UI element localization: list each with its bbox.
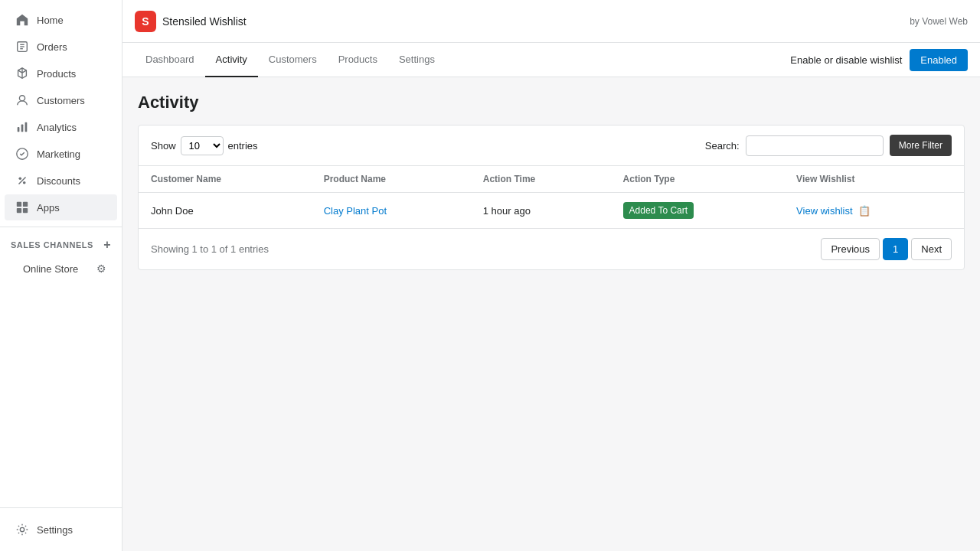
customers-icon <box>15 93 29 107</box>
app-logo: S <box>135 11 156 32</box>
activity-table: Customer Name Product Name Action Time A… <box>139 166 964 228</box>
enable-wishlist-area: Enable or disable wishlist Enabled <box>790 49 968 71</box>
more-filter-button[interactable]: More Filter <box>890 135 952 156</box>
sidebar-item-settings[interactable]: Settings <box>5 517 117 543</box>
sidebar-item-orders[interactable]: Orders <box>5 34 117 60</box>
app-title-area: S Stensiled Wishlist <box>135 11 247 32</box>
cell-customer-name: John Doe <box>139 193 312 229</box>
sidebar-item-customers[interactable]: Customers <box>5 87 117 113</box>
products-icon <box>15 67 29 80</box>
show-label: Show <box>151 140 176 152</box>
sidebar: Home Orders Products Customers Analytics <box>0 0 122 551</box>
tabs-bar: Dashboard Activity Customers Products Se… <box>122 43 980 77</box>
sales-channels-label: SALES CHANNELS <box>11 240 93 249</box>
svg-point-10 <box>23 181 26 184</box>
search-label: Search: <box>705 140 740 152</box>
topbar: S Stensiled Wishlist by Vowel Web <box>122 0 980 43</box>
page-title: Activity <box>138 93 965 112</box>
entries-label: entries <box>228 140 258 152</box>
marketing-icon <box>15 147 29 161</box>
tab-activity[interactable]: Activity <box>205 43 258 77</box>
search-bar: Search: <box>705 135 884 156</box>
filter-bar: Show 10 25 50 100 entries Search: <box>139 126 964 166</box>
previous-button[interactable]: Previous <box>821 238 880 260</box>
svg-point-4 <box>19 96 24 101</box>
wishlist-copy-icon[interactable]: 📋 <box>858 205 871 217</box>
col-customer-name: Customer Name <box>139 166 312 193</box>
enable-wishlist-label: Enable or disable wishlist <box>790 54 902 66</box>
col-action-type: Action Type <box>611 166 785 193</box>
product-link[interactable]: Clay Plant Pot <box>324 205 387 217</box>
add-channel-icon[interactable]: + <box>103 238 111 252</box>
col-product-name: Product Name <box>312 166 471 193</box>
svg-rect-12 <box>17 202 21 207</box>
tabs: Dashboard Activity Customers Products Se… <box>135 43 446 77</box>
analytics-icon <box>15 120 29 134</box>
sidebar-nav: Home Orders Products Customers Analytics <box>0 0 122 507</box>
svg-rect-14 <box>17 208 21 213</box>
action-type-badge: Added To Cart <box>623 202 694 219</box>
col-view-wishlist: View Wishlist <box>784 166 964 193</box>
sidebar-item-orders-label: Orders <box>37 41 67 53</box>
table-row: John Doe Clay Plant Pot 1 hour ago Added… <box>139 193 964 229</box>
online-store-label: Online Store <box>23 263 78 275</box>
sales-channels-header: SALES CHANNELS + <box>0 233 122 256</box>
main-content: S Stensiled Wishlist by Vowel Web Dashbo… <box>122 0 980 551</box>
svg-rect-13 <box>23 202 28 207</box>
search-input[interactable] <box>746 135 884 156</box>
sidebar-item-analytics[interactable]: Analytics <box>5 114 117 140</box>
sidebar-item-home[interactable]: Home <box>5 7 117 33</box>
sidebar-item-apps-label: Apps <box>37 202 60 214</box>
cell-product-name: Clay Plant Pot <box>312 193 471 229</box>
entries-info: Showing 1 to 1 of 1 entries <box>151 243 269 255</box>
sidebar-item-online-store[interactable]: Online Store ⚙ <box>5 257 117 280</box>
svg-rect-6 <box>21 124 24 132</box>
online-store-settings-icon[interactable]: ⚙ <box>96 262 106 275</box>
discounts-icon <box>15 174 29 187</box>
orders-icon <box>15 40 29 54</box>
next-button[interactable]: Next <box>911 238 952 260</box>
tab-customers[interactable]: Customers <box>258 43 328 77</box>
tab-settings[interactable]: Settings <box>388 43 446 77</box>
cell-action-type: Added To Cart <box>611 193 785 229</box>
activity-card: Show 10 25 50 100 entries Search: <box>138 125 965 270</box>
col-action-time: Action Time <box>471 166 611 193</box>
by-label: by Vowel Web <box>910 16 968 27</box>
sidebar-footer: Settings <box>0 507 122 551</box>
svg-point-9 <box>19 178 22 181</box>
sidebar-item-products-label: Products <box>37 68 76 80</box>
sidebar-item-customers-label: Customers <box>37 95 85 106</box>
svg-rect-15 <box>23 208 28 213</box>
svg-rect-5 <box>18 127 20 132</box>
apps-icon <box>15 201 29 214</box>
sidebar-item-discounts[interactable]: Discounts <box>5 168 117 194</box>
svg-rect-7 <box>25 122 28 132</box>
pagination-controls: Previous 1 Next <box>821 238 952 260</box>
show-entries: Show 10 25 50 100 entries <box>151 136 258 155</box>
enable-wishlist-button[interactable]: Enabled <box>910 49 968 71</box>
pagination-bar: Showing 1 to 1 of 1 entries Previous 1 N… <box>139 228 964 269</box>
sidebar-item-analytics-label: Analytics <box>37 122 77 133</box>
svg-point-16 <box>20 527 24 531</box>
sidebar-divider <box>0 227 122 227</box>
sidebar-settings-label: Settings <box>37 524 73 536</box>
sidebar-item-home-label: Home <box>37 15 64 26</box>
page-1-button[interactable]: 1 <box>883 238 908 260</box>
sidebar-item-discounts-label: Discounts <box>37 175 80 187</box>
view-wishlist-link[interactable]: View wishlist <box>796 205 852 217</box>
entries-select[interactable]: 10 25 50 100 <box>181 136 224 155</box>
sidebar-item-products[interactable]: Products <box>5 60 117 86</box>
settings-icon <box>15 523 29 536</box>
cell-action-time: 1 hour ago <box>471 193 611 229</box>
cell-view-wishlist: View wishlist 📋 <box>784 193 964 229</box>
home-icon <box>15 13 29 27</box>
page-content: Activity Show 10 25 50 100 entries <box>122 77 980 551</box>
tab-dashboard[interactable]: Dashboard <box>135 43 205 77</box>
sidebar-item-apps[interactable]: Apps <box>5 194 117 220</box>
sidebar-item-marketing-label: Marketing <box>37 148 80 160</box>
app-title: Stensiled Wishlist <box>162 15 247 28</box>
sidebar-item-marketing[interactable]: Marketing <box>5 141 117 167</box>
tab-products[interactable]: Products <box>328 43 388 77</box>
